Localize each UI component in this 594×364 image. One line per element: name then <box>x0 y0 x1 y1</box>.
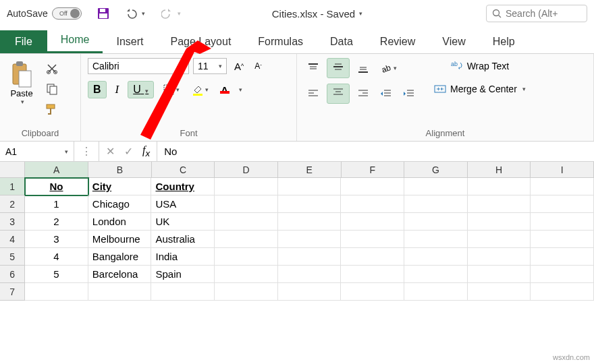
paste-button[interactable]: Paste ▾ <box>7 58 36 107</box>
col-header-D[interactable]: D <box>215 162 278 178</box>
cell-F2[interactable] <box>341 195 404 213</box>
borders-icon[interactable]: ▾ <box>159 82 183 98</box>
cell-A7[interactable] <box>25 283 88 301</box>
col-header-G[interactable]: G <box>404 162 468 178</box>
cell-A6[interactable]: 5 <box>25 266 88 283</box>
cell-I2[interactable] <box>531 195 594 213</box>
cell-E6[interactable] <box>278 266 342 283</box>
font-color-icon[interactable]: A▾ <box>217 82 246 98</box>
cell-H1[interactable] <box>468 178 531 195</box>
tab-help[interactable]: Help <box>479 30 529 53</box>
bold-button[interactable]: B <box>88 81 107 98</box>
namebox-expand-icon[interactable]: ⋮ <box>81 145 92 158</box>
search-input[interactable]: Search (Alt+ <box>486 5 587 22</box>
undo-icon[interactable]: ▾ <box>122 6 148 21</box>
cell-D4[interactable] <box>215 231 278 248</box>
cell-B4[interactable]: Melbourne <box>88 231 152 248</box>
cell-D5[interactable] <box>215 248 278 266</box>
tab-review[interactable]: Review <box>367 30 429 53</box>
cell-I7[interactable] <box>531 283 594 301</box>
cell-F1[interactable] <box>341 178 404 195</box>
col-header-H[interactable]: H <box>468 162 531 178</box>
col-header-A[interactable]: A <box>25 162 88 178</box>
cell-G1[interactable] <box>404 178 468 195</box>
cell-B5[interactable]: Bangalore <box>88 248 152 266</box>
cell-H3[interactable] <box>468 213 531 231</box>
copy-icon[interactable] <box>42 81 62 97</box>
cell-E2[interactable] <box>278 195 342 213</box>
cell-C4[interactable]: Australia <box>151 231 215 248</box>
col-header-B[interactable]: B <box>88 162 152 178</box>
cell-I6[interactable] <box>531 266 594 283</box>
cell-G5[interactable] <box>404 248 468 266</box>
tab-data[interactable]: Data <box>317 30 367 53</box>
cell-C7[interactable] <box>151 283 215 301</box>
align-left-icon[interactable] <box>304 86 323 102</box>
merge-center-button[interactable]: Merge & Center ▾ <box>431 81 529 97</box>
spreadsheet-grid[interactable]: ABCDEFGHI1NoCityCountry21ChicagoUSA32Lon… <box>0 162 594 301</box>
decrease-indent-icon[interactable] <box>377 86 396 102</box>
align-bottom-icon[interactable] <box>354 60 373 76</box>
cell-A1[interactable]: No <box>25 178 88 195</box>
cell-B3[interactable]: London <box>88 213 152 231</box>
font-family-select[interactable]: Calibri▾ <box>88 58 189 74</box>
cell-A2[interactable]: 1 <box>25 195 88 213</box>
cell-H6[interactable] <box>468 266 531 283</box>
cell-E5[interactable] <box>278 248 342 266</box>
underline-button[interactable]: U ▾ <box>128 81 154 98</box>
col-header-I[interactable]: I <box>531 162 594 178</box>
select-all-corner[interactable] <box>0 162 25 178</box>
row-header-2[interactable]: 2 <box>0 195 25 213</box>
cell-G4[interactable] <box>404 231 468 248</box>
cell-F6[interactable] <box>341 266 404 283</box>
cancel-icon[interactable]: ✕ <box>106 145 115 158</box>
cell-C3[interactable]: UK <box>151 213 215 231</box>
autosave-toggle[interactable]: AutoSave Off <box>7 7 82 20</box>
col-header-C[interactable]: C <box>152 162 215 178</box>
cell-F5[interactable] <box>341 248 404 266</box>
italic-button[interactable]: I <box>112 81 123 98</box>
cell-D1[interactable] <box>215 178 278 195</box>
orientation-icon[interactable]: ab▾ <box>377 60 400 76</box>
toggle-switch[interactable]: Off <box>52 7 82 20</box>
cell-E1[interactable] <box>278 178 342 195</box>
cell-G2[interactable] <box>404 195 468 213</box>
cut-icon[interactable] <box>42 61 62 77</box>
tab-page-layout[interactable]: Page Layout <box>157 30 244 53</box>
align-middle-icon[interactable] <box>327 58 350 78</box>
tab-file[interactable]: File <box>0 30 47 53</box>
formula-input[interactable]: No <box>157 142 594 161</box>
cell-D2[interactable] <box>215 195 278 213</box>
cell-D6[interactable] <box>215 266 278 283</box>
cell-D3[interactable] <box>215 213 278 231</box>
cell-I4[interactable] <box>531 231 594 248</box>
name-box[interactable]: A1 ▾ <box>0 142 74 161</box>
cell-C5[interactable]: India <box>151 248 215 266</box>
cell-H7[interactable] <box>468 283 531 301</box>
decrease-font-icon[interactable]: Aˇ <box>251 59 265 73</box>
cell-H2[interactable] <box>468 195 531 213</box>
tab-insert[interactable]: Insert <box>103 30 157 53</box>
cell-D7[interactable] <box>215 283 278 301</box>
cell-C2[interactable]: USA <box>151 195 215 213</box>
cell-G7[interactable] <box>404 283 468 301</box>
save-icon[interactable] <box>94 5 113 22</box>
cell-B2[interactable]: Chicago <box>88 195 152 213</box>
cell-E4[interactable] <box>278 231 342 248</box>
redo-icon[interactable]: ▾ <box>158 6 184 21</box>
row-header-3[interactable]: 3 <box>0 213 25 231</box>
cell-H5[interactable] <box>468 248 531 266</box>
cell-B7[interactable] <box>88 283 152 301</box>
align-center-icon[interactable] <box>327 84 350 104</box>
cell-H4[interactable] <box>468 231 531 248</box>
cell-G3[interactable] <box>404 213 468 231</box>
document-title[interactable]: Cities.xlsx - Saved ▾ <box>272 8 362 20</box>
row-header-7[interactable]: 7 <box>0 283 25 301</box>
font-size-select[interactable]: 11▾ <box>193 58 227 74</box>
fx-icon[interactable]: fx <box>142 144 150 158</box>
tab-formulas[interactable]: Formulas <box>244 30 317 53</box>
cell-B1[interactable]: City <box>88 178 152 195</box>
align-top-icon[interactable] <box>304 60 323 76</box>
format-painter-icon[interactable] <box>42 101 62 117</box>
cell-F3[interactable] <box>341 213 404 231</box>
